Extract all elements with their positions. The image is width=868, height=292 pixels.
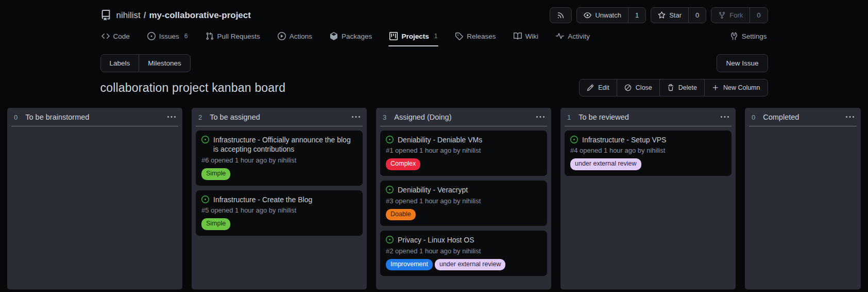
kanban-column: 0Completed xyxy=(745,108,861,289)
pulse-icon xyxy=(556,32,564,40)
column-title: To be brainstormed xyxy=(25,113,89,121)
column-menu-button[interactable] xyxy=(352,113,360,121)
card-title-row: Infrastructure - Create the Blog xyxy=(201,195,357,204)
trash-icon xyxy=(667,84,674,91)
column-issue-count: 0 xyxy=(752,113,755,121)
column-menu-button[interactable] xyxy=(536,113,544,121)
issue-labels: under external review xyxy=(570,158,726,170)
tab-projects[interactable]: Projects1 xyxy=(388,27,438,46)
fork-count[interactable]: 0 xyxy=(750,8,767,23)
issue-opened-icon xyxy=(386,236,394,245)
issue-card[interactable]: Privacy - Linux Host OS#2 opened 1 hour … xyxy=(380,231,547,276)
tab-label: Settings xyxy=(742,33,767,40)
tab-code[interactable]: Code xyxy=(100,27,131,46)
card-title-row: Privacy - Linux Host OS xyxy=(386,235,541,245)
new-column-button[interactable]: New Column xyxy=(704,79,768,96)
tab-issues[interactable]: Issues6 xyxy=(146,27,189,46)
issue-label: Complex xyxy=(386,158,420,170)
watch-count[interactable]: 1 xyxy=(628,8,645,23)
tab-settings[interactable]: Settings xyxy=(729,27,768,46)
column-title: To be reviewed xyxy=(578,113,629,121)
star-button-group: Star 0 xyxy=(651,7,706,23)
tab-releases[interactable]: Releases xyxy=(454,27,497,46)
tab-label: Issues xyxy=(159,33,179,40)
issue-card[interactable]: Deniability - Veracrypt#3 opened 1 hour … xyxy=(380,181,547,226)
issue-label: Improvement xyxy=(386,259,433,271)
issue-meta: #2 opened 1 hour ago by nihilist xyxy=(386,247,541,255)
kebab-horizontal-icon xyxy=(846,113,854,121)
close-board-button[interactable]: Close xyxy=(617,79,659,96)
tab-wiki[interactable]: Wiki xyxy=(513,27,540,46)
new-column-label: New Column xyxy=(723,84,760,91)
column-menu-button[interactable] xyxy=(167,113,176,121)
tab-label: Actions xyxy=(290,33,312,40)
issue-labels: Simple xyxy=(201,168,357,180)
tab-label: Code xyxy=(113,33,130,40)
card-title-row: Deniability - Veracrypt xyxy=(386,185,541,194)
issue-card[interactable]: Infrastructure - Officially announce the… xyxy=(196,131,363,186)
project-icon xyxy=(389,32,398,40)
column-header: 0Completed xyxy=(745,108,861,126)
repo-name-link[interactable]: my-collaborative-project xyxy=(149,10,250,21)
column-issue-count: 0 xyxy=(14,113,18,121)
star-button[interactable]: Star xyxy=(651,8,688,23)
issue-card[interactable]: Infrastructure - Create the Blog#5 opene… xyxy=(196,190,363,236)
repo-owner-link[interactable]: nihilist xyxy=(116,10,141,21)
circle-slash-icon xyxy=(624,84,632,91)
new-issue-button[interactable]: New Issue xyxy=(717,54,768,72)
tag-icon xyxy=(455,32,463,40)
issue-opened-icon xyxy=(201,136,209,154)
fork-label: Fork xyxy=(729,11,743,19)
tools-icon xyxy=(730,32,738,40)
rss-button[interactable] xyxy=(550,7,572,23)
issue-labels: Simple xyxy=(201,218,357,230)
tab-count: 6 xyxy=(184,33,188,40)
card-title-row: Infrastructure - Setup VPS xyxy=(570,135,726,144)
repo-header: nihilist / my-collaborative-project Unwa… xyxy=(100,0,768,24)
rss-icon xyxy=(557,11,565,19)
column-menu-button[interactable] xyxy=(846,113,854,121)
delete-board-button[interactable]: Delete xyxy=(659,79,704,96)
star-count[interactable]: 0 xyxy=(688,8,706,23)
unwatch-button[interactable]: Unwatch xyxy=(577,8,628,23)
fork-button[interactable]: Fork xyxy=(711,8,750,23)
issue-title[interactable]: Deniability - Deniable VMs xyxy=(398,135,482,144)
labels-button[interactable]: Labels xyxy=(101,55,139,72)
issue-label: under external review xyxy=(435,259,506,271)
tab-activity[interactable]: Activity xyxy=(555,27,591,46)
issue-opened-icon xyxy=(570,136,578,144)
repo-name: nihilist / my-collaborative-project xyxy=(116,10,251,21)
tab-label: Pull Requests xyxy=(217,33,260,40)
issue-title[interactable]: Deniability - Veracrypt xyxy=(398,185,468,194)
issue-meta: #6 opened 1 hour ago by nihilist xyxy=(201,156,357,164)
kebab-horizontal-icon xyxy=(721,113,729,121)
git-pull-request-icon xyxy=(206,32,214,40)
issue-card[interactable]: Infrastructure - Setup VPS#4 opened 1 ho… xyxy=(565,131,731,176)
column-menu-button[interactable] xyxy=(721,113,729,121)
issue-opened-icon xyxy=(386,186,394,194)
tab-actions[interactable]: Actions xyxy=(277,27,313,46)
pencil-icon xyxy=(587,84,594,91)
issue-opened-icon xyxy=(201,196,209,204)
tab-packages[interactable]: Packages xyxy=(329,27,373,46)
tab-pull-requests[interactable]: Pull Requests xyxy=(205,27,261,46)
edit-board-button[interactable]: Edit xyxy=(580,79,617,96)
issue-title[interactable]: Infrastructure - Setup VPS xyxy=(582,135,666,144)
labels-milestones-group: Labels Milestones xyxy=(100,54,191,72)
close-label: Close xyxy=(636,84,652,91)
kebab-horizontal-icon xyxy=(536,113,544,121)
kebab-horizontal-icon xyxy=(352,113,360,121)
milestones-button[interactable]: Milestones xyxy=(139,55,190,72)
issue-meta: #1 opened 1 hour ago by nihilist xyxy=(386,147,541,154)
package-icon xyxy=(330,32,338,40)
column-header: 0To be brainstormed xyxy=(7,108,182,126)
issue-opened-icon xyxy=(386,136,394,144)
issue-title[interactable]: Infrastructure - Officially announce the… xyxy=(213,135,357,154)
issue-title[interactable]: Privacy - Linux Host OS xyxy=(398,235,474,245)
star-icon xyxy=(658,11,666,19)
kanban-column: 3Assigned (Doing)Deniability - Deniable … xyxy=(376,108,551,289)
card-title-row: Deniability - Deniable VMs xyxy=(386,135,541,144)
issue-card[interactable]: Deniability - Deniable VMs#1 opened 1 ho… xyxy=(380,131,547,176)
delete-label: Delete xyxy=(678,84,697,91)
issue-title[interactable]: Infrastructure - Create the Blog xyxy=(213,195,312,204)
